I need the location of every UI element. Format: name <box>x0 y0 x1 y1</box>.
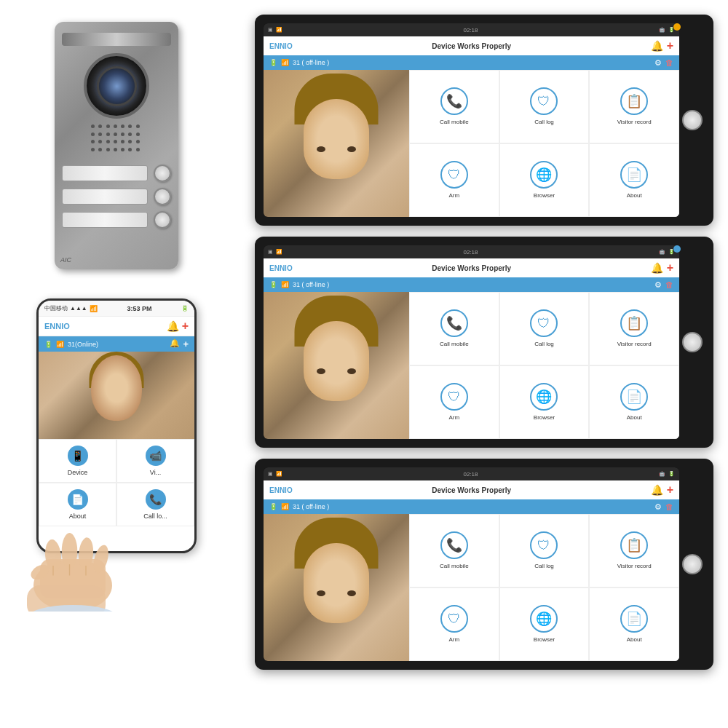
phone-device-label: Device <box>68 469 88 476</box>
phone-calllog-label: Call lo... <box>143 513 167 520</box>
phone-bell-small-icon: 🔔 <box>170 339 180 349</box>
doorbell-unit: AIC <box>55 22 178 269</box>
monitor-1-visitor-label: Visitor record <box>617 119 652 126</box>
monitor-2-menu-browser[interactable]: 🌐 Browser <box>499 365 590 439</box>
monitor-2-browser-icon: 🌐 <box>530 383 558 411</box>
monitor-2: ▣ 📶 02:18 🤖 🔋 ENNIO Device Works Properl… <box>255 237 713 448</box>
phone-status-left: 中国移动 ▲▲▲ 📶 <box>44 304 98 312</box>
monitor-1-arm-icon: 🛡 <box>440 161 468 189</box>
monitor-1-menu-browser[interactable]: 🌐 Browser <box>499 143 590 217</box>
monitor-1-about-label: About <box>627 192 642 199</box>
camera-lens <box>97 66 137 106</box>
monitor-3-menu-about[interactable]: 📄 About <box>589 587 679 661</box>
monitor-2-content: 📞 Call mobile 🛡 Call log 📋 Visitor recor… <box>264 292 679 439</box>
apt-label-panel-1 <box>62 165 148 181</box>
monitor-2-sim-icon: ▣ <box>268 249 273 255</box>
monitor-2-trash-icon[interactable]: 🗑 <box>665 280 673 290</box>
monitor-3-gear-icon[interactable]: ⚙ <box>654 502 662 512</box>
speaker-dot <box>136 148 140 151</box>
phone-plus-icon: + <box>182 320 189 333</box>
monitor-1-call-log-label: Call log <box>534 119 554 126</box>
speaker-dot <box>128 124 132 128</box>
monitor-2-arm-icon: 🛡 <box>440 383 468 411</box>
doorbell-brand-label: AIC <box>60 256 71 264</box>
monitor-3-device-status: 31 ( off-line ) <box>293 503 329 510</box>
phone-device-status: 31(Online) <box>68 341 98 348</box>
monitor-2-header: ENNIO Device Works Properly 🔔 + <box>264 258 679 277</box>
monitor-3-menu-call-log[interactable]: 🛡 Call log <box>499 514 590 587</box>
monitor-2-menu-call-log[interactable]: 🛡 Call log <box>499 292 590 365</box>
speaker-dot <box>136 140 140 143</box>
monitor-2-eye-right <box>347 368 356 374</box>
monitor-1-device-status: 31 ( off-line ) <box>293 59 329 66</box>
monitor-1-sim-icon: ▣ <box>268 27 273 33</box>
monitor-1-menu-call-log[interactable]: 🛡 Call log <box>499 70 590 143</box>
apt-call-btn-3[interactable] <box>154 211 171 229</box>
monitor-3-device-bar-icons: ⚙ 🗑 <box>654 502 673 512</box>
monitor-1-screen: ▣ 📶 02:18 🤖 🔋 ENNIO Device Works Properl… <box>264 23 679 217</box>
monitor-1-menu-call-mobile[interactable]: 📞 Call mobile <box>409 70 499 143</box>
monitor-2-arm-label: Arm <box>448 414 459 422</box>
phone-menu-item-device[interactable]: 📱 Device <box>39 439 116 483</box>
apt-button-group-3 <box>62 211 171 229</box>
monitor-1-trash-icon[interactable]: 🗑 <box>665 58 673 68</box>
monitor-2-camera-button[interactable] <box>679 245 705 439</box>
monitor-1-menu-visitor[interactable]: 📋 Visitor record <box>589 70 679 143</box>
monitor-3-time: 02:18 <box>463 471 478 478</box>
speaker-dot <box>98 124 102 128</box>
monitor-1-gear-icon[interactable]: ⚙ <box>654 58 662 68</box>
monitor-1-face <box>293 74 380 190</box>
monitor-2-gear-icon[interactable]: ⚙ <box>654 280 662 290</box>
speaker-dot <box>98 148 102 151</box>
monitor-2-menu-arm[interactable]: 🛡 Arm <box>409 365 499 439</box>
speaker-dot <box>128 140 132 143</box>
monitor-3-menu-visitor[interactable]: 📋 Visitor record <box>589 514 679 587</box>
phone-device-bar: 🔋 📶 31(Online) 🔔 + <box>39 336 194 352</box>
monitor-3-about-label: About <box>627 636 642 644</box>
monitor-1-header: ENNIO Device Works Properly 🔔 + <box>264 36 679 55</box>
monitor-2-device-bar: 🔋 📶 31 ( off-line ) ⚙ 🗑 <box>264 277 679 292</box>
monitor-2-face <box>293 296 380 412</box>
monitor-1-camera-button[interactable] <box>679 23 705 217</box>
monitor-1-menu-arm[interactable]: 🛡 Arm <box>409 143 499 217</box>
monitor-2-menu-about[interactable]: 📄 About <box>589 365 679 439</box>
monitor-2-menu-visitor[interactable]: 📋 Visitor record <box>589 292 679 365</box>
monitor-3-call-log-label: Call log <box>534 563 554 570</box>
speaker-dot <box>128 132 132 136</box>
speaker-dot <box>106 148 110 151</box>
speaker-dot <box>114 132 117 136</box>
apt-call-btn-2[interactable] <box>154 188 171 205</box>
phone-face-overlay <box>91 355 142 421</box>
monitor-1-header-right: 🔔 + <box>651 39 673 52</box>
monitor-2-menu-call-mobile[interactable]: 📞 Call mobile <box>409 292 499 365</box>
monitor-1-eye-left <box>317 146 325 152</box>
monitor-1-android-icon: 🤖 <box>659 27 665 33</box>
monitor-2-visitor-icon: 📋 <box>620 309 648 337</box>
phone-app-header: ENNIO 🔔 + <box>39 317 194 336</box>
monitor-3-menu-call-mobile[interactable]: 📞 Call mobile <box>409 514 499 587</box>
monitor-1-status-bar: ▣ 📶 02:18 🤖 🔋 <box>264 23 679 36</box>
phone-menu-item-visitor[interactable]: 📹 Vi... <box>116 439 194 483</box>
apt-label-panel-3 <box>62 212 148 228</box>
monitor-3-browser-label: Browser <box>534 636 555 644</box>
monitor-2-call-log-icon: 🛡 <box>530 309 558 337</box>
monitor-1-plus-icon: + <box>667 39 673 52</box>
phone-carrier: 中国移动 <box>44 304 68 312</box>
monitor-3-menu-grid: 📞 Call mobile 🛡 Call log 📋 Visitor recor… <box>409 514 679 661</box>
monitor-2-browser-label: Browser <box>534 414 555 422</box>
monitor-3-camera-button[interactable] <box>679 467 705 661</box>
monitor-3-menu-browser[interactable]: 🌐 Browser <box>499 587 590 661</box>
monitor-1-menu-about[interactable]: 📄 About <box>589 143 679 217</box>
monitor-1-bell-icon: 🔔 <box>651 40 663 52</box>
monitor-3-header: ENNIO Device Works Properly 🔔 + <box>264 480 679 499</box>
monitor-2-camera-circle <box>682 332 703 352</box>
speaker-dot <box>98 140 102 143</box>
monitor-3-ennio: ENNIO <box>269 486 293 494</box>
apt-call-btn-1[interactable] <box>154 165 171 182</box>
monitor-3-trash-icon[interactable]: 🗑 <box>665 502 673 512</box>
phone-wifi-small: 📶 <box>56 341 64 348</box>
monitor-3-menu-arm[interactable]: 🛡 Arm <box>409 587 499 661</box>
speaker-dot <box>121 124 124 128</box>
monitor-1-call-mobile-label: Call mobile <box>440 119 469 126</box>
monitor-2-call-log-label: Call log <box>534 341 554 348</box>
